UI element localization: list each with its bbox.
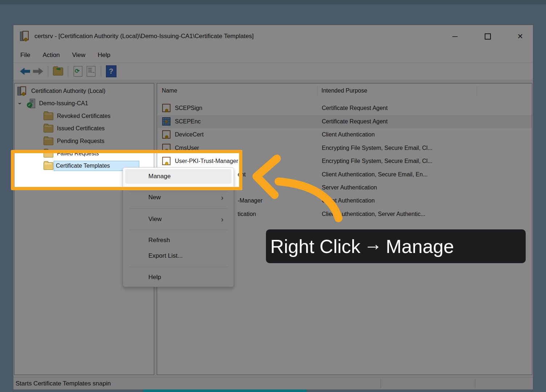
maximize-button[interactable] (481, 30, 494, 42)
row-name-fragment: -Manager (238, 194, 262, 207)
toolbar: ➥ ⟳ → ? (13, 63, 533, 80)
certificate-template-icon (162, 104, 171, 112)
forward-arrow-icon (33, 68, 43, 75)
status-divider (381, 379, 381, 388)
status-text: Starts Certificate Templates snapin (16, 380, 111, 387)
context-menu-view[interactable]: View › (125, 212, 231, 226)
row-name: SCEPSign (175, 102, 202, 115)
menu-file[interactable]: File (13, 52, 36, 59)
certsrv-app-icon (20, 31, 29, 42)
context-menu-help[interactable]: Help (125, 270, 231, 285)
callout-text-left: Right Click (270, 236, 361, 257)
export-list-button[interactable]: → (85, 65, 98, 78)
certification-authority-icon (17, 86, 28, 96)
menu-separator (129, 208, 228, 209)
annotation-callout: Right Click → Manage (266, 229, 526, 263)
menu-view[interactable]: View (66, 52, 92, 59)
folder-up-icon: ➥ (53, 68, 63, 75)
window-title: certsrv - [Certification Authority (Loca… (34, 33, 254, 40)
menu-bar: File Action View Help (13, 48, 533, 63)
chevron-expanded-icon[interactable]: › (16, 102, 24, 105)
menu-separator (129, 267, 228, 267)
status-divider (475, 379, 475, 388)
title-bar: certsrv - [Certification Authority (Loca… (13, 25, 533, 48)
row-purpose: Server Authentication (322, 181, 377, 194)
toolbar-separator (48, 66, 48, 77)
menu-item-label: View (148, 216, 162, 223)
menu-help[interactable]: Help (91, 52, 116, 59)
menu-action[interactable]: Action (36, 52, 66, 59)
row-purpose: Client Authentication, Secure Email, En.… (322, 168, 428, 181)
menu-item-label: Export List... (148, 252, 182, 260)
refresh-button[interactable]: ⟳ (71, 65, 85, 78)
screenshot-stage: certsrv - [Certification Authority (Loca… (0, 0, 546, 392)
folder-icon (44, 113, 53, 120)
submenu-arrow-icon: › (221, 193, 223, 202)
toolbar-separator (68, 66, 68, 77)
tree-item-label: Demo-Issuing-CA1 (39, 100, 88, 107)
column-header-intended-purpose[interactable]: Intended Purpose (321, 83, 367, 98)
back-arrow-icon (20, 68, 30, 75)
tree-item-label: Issued Certificates (57, 125, 105, 132)
certificate-template-icon (162, 130, 171, 139)
tree-item-certification-authority[interactable]: Certification Authority (Local) (17, 86, 106, 96)
row-purpose: Encrypting File System, Secure Email, Cl… (322, 155, 432, 168)
ca-server-icon: ✓ (27, 99, 36, 108)
maximize-icon (485, 33, 491, 40)
context-menu-export-list[interactable]: Export List... (125, 249, 231, 263)
list-row-devicecert[interactable]: DeviceCert Client Authentication (157, 128, 532, 141)
folder-icon (44, 125, 53, 132)
forward-button[interactable] (32, 65, 45, 78)
row-purpose: Client Authentication, Server Authentic.… (322, 208, 426, 221)
help-icon: ? (106, 65, 116, 77)
column-divider[interactable] (477, 86, 477, 96)
tree-item-label: Pending Requests (57, 138, 104, 144)
callout-arrow-icon: → (364, 233, 382, 254)
row-purpose: Client Authentication (322, 194, 375, 207)
submenu-arrow-icon: › (221, 215, 223, 224)
row-purpose: Certificate Request Agent (322, 115, 387, 128)
tree-item-label: Certification Authority (Local) (31, 88, 106, 94)
back-button[interactable] (19, 65, 32, 78)
minimize-button[interactable]: ─ (449, 30, 461, 42)
annotation-highlight-box (11, 150, 242, 190)
certsrv-window: certsrv - [Certification Authority (Loca… (13, 25, 533, 389)
close-button[interactable]: ✕ (514, 30, 526, 42)
menu-separator (129, 230, 228, 230)
tree-item-label: Revoked Certificates (57, 113, 111, 119)
certificate-template-icon-blue (162, 117, 171, 126)
menu-item-label: Refresh (148, 237, 170, 244)
help-button[interactable]: ? (104, 65, 118, 78)
context-menu-refresh[interactable]: Refresh (125, 233, 231, 248)
column-divider[interactable] (317, 86, 317, 96)
context-menu-new[interactable]: New › (125, 190, 231, 205)
menu-item-label: Help (148, 274, 161, 281)
row-name-fragment: tication (238, 208, 256, 221)
tree-item-issued-certificates[interactable]: Issued Certificates (44, 124, 105, 133)
desktop-top-strip (0, 0, 546, 4)
row-name: DeviceCert (175, 128, 204, 141)
column-header-name[interactable]: Name (162, 83, 177, 98)
list-row-scepsign[interactable]: SCEPSign Certificate Request Agent (157, 102, 532, 115)
status-bar: Starts Certificate Templates snapin (13, 377, 533, 389)
export-list-icon: → (87, 66, 95, 77)
tree-item-pending-requests[interactable]: Pending Requests (44, 136, 104, 146)
tree-item-revoked-certificates[interactable]: Revoked Certificates (44, 111, 111, 121)
refresh-icon: ⟳ (74, 66, 82, 77)
row-purpose: Encrypting File System, Secure Email, Cl… (322, 142, 432, 155)
row-name: SCEPEnc (175, 115, 201, 128)
up-one-level-button[interactable]: ➥ (52, 65, 65, 78)
row-purpose: Client Authentication (322, 128, 375, 141)
menu-item-label: New (148, 194, 161, 201)
row-purpose: Certificate Request Agent (322, 102, 387, 115)
tree-item-demo-issuing-ca1[interactable]: › ✓ Demo-Issuing-CA1 (19, 99, 88, 108)
list-row-scepenc[interactable]: SCEPEnc Certificate Request Agent (157, 115, 532, 128)
toolbar-separator (101, 66, 101, 77)
callout-text-right: Manage (386, 236, 454, 257)
folder-icon (44, 138, 53, 145)
